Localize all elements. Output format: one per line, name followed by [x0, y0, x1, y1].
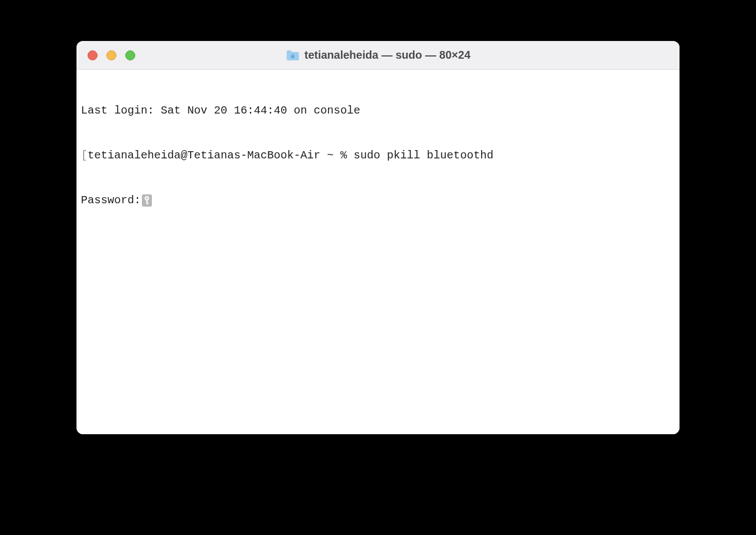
- prompt-line: [tetianaleheida@Tetianas-MacBook-Air ~ %…: [81, 148, 675, 163]
- window-title: tetianaleheida — sudo — 80×24: [304, 49, 471, 61]
- prompt-command: sudo pkill bluetoothd: [354, 148, 493, 163]
- last-login-line: Last login: Sat Nov 20 16:44:40 on conso…: [81, 103, 675, 118]
- minimize-button[interactable]: [106, 50, 116, 60]
- zoom-button[interactable]: [125, 50, 135, 60]
- svg-point-1: [146, 197, 147, 198]
- password-line: Password:: [81, 193, 675, 208]
- prompt-bracket: [: [81, 148, 88, 163]
- key-icon: [142, 194, 152, 207]
- password-label: Password:: [81, 193, 141, 208]
- window-titlebar[interactable]: tetianaleheida — sudo — 80×24: [76, 41, 680, 70]
- title-area: tetianaleheida — sudo — 80×24: [285, 49, 471, 61]
- terminal-body[interactable]: Last login: Sat Nov 20 16:44:40 on conso…: [76, 70, 680, 434]
- traffic-lights: [76, 50, 135, 60]
- terminal-window: tetianaleheida — sudo — 80×24 Last login…: [76, 41, 680, 434]
- close-button[interactable]: [88, 50, 98, 60]
- folder-icon: [285, 49, 300, 61]
- prompt-user-host: tetianaleheida@Tetianas-MacBook-Air ~ %: [88, 148, 354, 163]
